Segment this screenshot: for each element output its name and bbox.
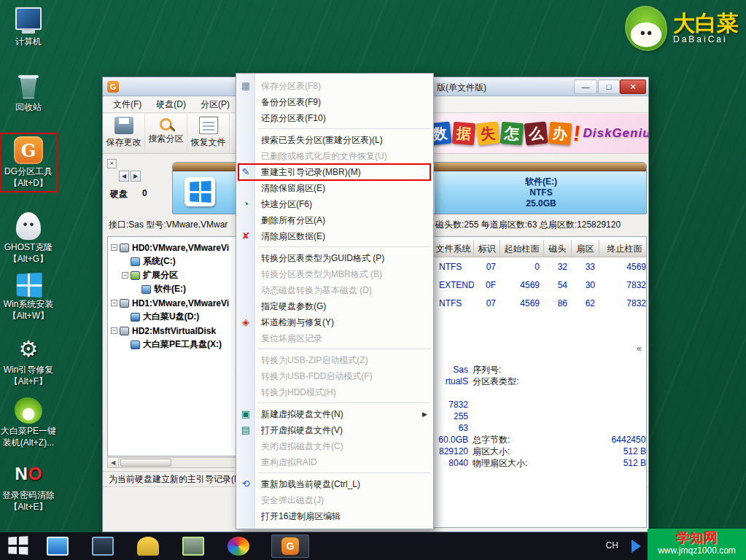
- menu-item-delete-all-partitions[interactable]: 删除所有分区(A): [236, 212, 433, 228]
- tree-item-software-e[interactable]: 软件(E:): [108, 282, 246, 296]
- close-button[interactable]: ✕: [620, 79, 646, 94]
- table-cell: 62: [572, 298, 599, 308]
- menu-item-erase-sector-data[interactable]: ✘清除扇区数据(E): [236, 228, 433, 244]
- dabaicai-logo: 大白菜 DaBaiCai: [625, 6, 739, 51]
- table-cell: EXTEND: [433, 280, 474, 290]
- desktop-icon-recycle-bin[interactable]: 回收站: [1, 70, 56, 116]
- table-row[interactable]: EXTEND0F456954307832: [433, 276, 647, 294]
- disk-interface-info: 接口:Sas 型号:VMware,VMwar: [109, 219, 228, 231]
- tray-arrow-icon[interactable]: [632, 540, 641, 553]
- menu-item-open-hex-sector-editor[interactable]: 打开16进制扇区编辑: [236, 508, 433, 524]
- detail-extra: [557, 399, 647, 411]
- tree-item-extended[interactable]: −扩展分区: [108, 268, 246, 282]
- tree-item-dabaicai-pe-x[interactable]: 大白菜PE工具盘(X:): [108, 338, 246, 351]
- taskbar-app-3-icon[interactable]: [137, 537, 159, 556]
- minimize-button[interactable]: —: [574, 79, 597, 94]
- menu-item-label: 重构虚拟RAID: [261, 457, 317, 467]
- banner-tile: 据: [452, 122, 476, 146]
- table-cell: 33: [572, 262, 599, 272]
- tree-item-hd2[interactable]: −HD2:MsftVirtualDisk: [108, 324, 246, 338]
- menu-item-bad-track-check[interactable]: ◈坏道检测与修复(Y): [236, 314, 433, 330]
- toolbar-search-partition-button[interactable]: 搜索分区: [145, 114, 187, 153]
- desktop-icon-win-install[interactable]: Win系统安装 【Alt+W】: [1, 271, 56, 324]
- tree-item-dabaicai-usb-d[interactable]: 大白菜U盘(D:): [108, 310, 246, 324]
- disk-selector-value: 0: [142, 188, 147, 198]
- table-row[interactable]: NTFS07456986627832: [433, 294, 647, 312]
- table-cell: 30: [572, 280, 599, 290]
- desktop-icon-password-clear[interactable]: NO登录密码清除 【Alt+E】: [1, 458, 56, 515]
- collapse-panel-icon[interactable]: «: [637, 343, 642, 354]
- tree-item-hd0[interactable]: −HD0:VMware,VMwareVi: [108, 241, 246, 254]
- menu-item-backup-partition-table[interactable]: 备份分区表(F9): [236, 94, 433, 110]
- menu-item-clear-reserved-sectors[interactable]: 清除保留扇区(E): [236, 180, 433, 196]
- desktop-icon-label: Win系统安装 【Alt+W】: [1, 299, 56, 322]
- table-row[interactable]: NTFS07032334569: [433, 257, 647, 276]
- desktop-icon-label: DG分区工具 【Alt+D】: [1, 166, 56, 189]
- close-panel-icon[interactable]: ×: [107, 159, 117, 168]
- expand-toggle-icon[interactable]: −: [111, 244, 117, 251]
- taskbar-app-5-icon[interactable]: [228, 537, 249, 556]
- detail-row: 829120扇区大小:512 By: [433, 446, 646, 457]
- tree-hscrollbar[interactable]: ◀: [107, 457, 247, 468]
- desktop-icon-computer[interactable]: 计算机: [1, 4, 56, 50]
- menubar-partition[interactable]: 分区(P): [193, 96, 237, 113]
- menubar-file[interactable]: 文件(F): [106, 96, 149, 113]
- menu-item-label: 转换为USB-FDD启动模式(F): [261, 371, 373, 381]
- disk-context-menu: ▦保存分区表(F8)备份分区表(F9)还原分区表(F10)搜索已丢失分区(重建分…: [236, 73, 434, 529]
- expand-toggle-icon[interactable]: −: [111, 327, 117, 334]
- win-install-icon: [17, 273, 42, 298]
- toolbar-recover-files-button[interactable]: 恢复文件: [187, 114, 230, 153]
- win-boot-repair-icon: ⚙: [14, 335, 43, 362]
- desktop-icon-dg-partition-tool[interactable]: GDG分区工具 【Alt+D】: [1, 134, 56, 191]
- detail-value: 7832: [433, 399, 468, 411]
- menu-item-rebuild-mbr[interactable]: ✎重建主引导记录(MBR)(M): [236, 164, 433, 180]
- menu-item-open-virtual-disk[interactable]: ▤打开虚拟硬盘文件(V): [236, 422, 433, 438]
- menu-item-hdd-mode: 转换为HDD模式(H): [236, 384, 433, 400]
- next-disk-icon[interactable]: ▶: [131, 171, 141, 182]
- usb-icon: [131, 313, 140, 322]
- menu-item-restore-partition-table[interactable]: 还原分区表(F10): [236, 110, 433, 126]
- menu-item-reload-current-disk[interactable]: ⟲重新加载当前硬盘(Ctrl_L): [236, 476, 433, 492]
- tree-item-hd1[interactable]: −HD1:VMware,VMwareVi: [108, 296, 246, 310]
- expand-toggle-icon[interactable]: −: [111, 300, 117, 306]
- partition-e-block[interactable]: 软件(E:) NTFS 25.0GB: [433, 171, 647, 214]
- expand-toggle-icon[interactable]: −: [122, 272, 128, 279]
- desktop-icon-dabaicai-pe[interactable]: 大白菜PE一键 装机(Alt+Z)...: [1, 395, 56, 451]
- partition-e-filesystem: NTFS: [529, 187, 552, 198]
- menu-item-label: 删除所有分区(A): [261, 215, 325, 225]
- dabaicai-mascot-icon: [625, 6, 667, 51]
- detail-value: 8040: [433, 457, 468, 469]
- tree-item-system-c[interactable]: 系统(C:): [108, 254, 246, 268]
- menu-item-set-disk-parameters[interactable]: 指定硬盘参数(G): [236, 298, 433, 314]
- taskbar-app-2-icon[interactable]: [92, 537, 114, 556]
- maximize-button[interactable]: □: [598, 79, 620, 94]
- menu-item-label: 清除保留扇区(E): [261, 183, 325, 193]
- desktop-icon-ghost-clone[interactable]: GHOST克隆 【Alt+G】: [1, 210, 56, 267]
- desktop-icon-win-boot-repair[interactable]: ⚙Win引导修复 【Alt+F】: [1, 332, 56, 389]
- taskbar-app-1-icon[interactable]: [47, 537, 69, 556]
- ghost-clone-icon: [16, 212, 41, 240]
- partition-e-size: 25.0GB: [526, 198, 556, 209]
- menu-item-quick-partition[interactable]: ◔快速分区(F6): [236, 196, 433, 212]
- taskbar-app-4-icon[interactable]: [182, 537, 204, 556]
- menu-item-convert-to-guid[interactable]: 转换分区表类型为GUID格式 (P): [236, 250, 433, 266]
- partition-tree: −HD0:VMware,VMwareVi系统(C:)−扩展分区软件(E:)−HD…: [107, 236, 247, 456]
- taskbar-diskgenius-button[interactable]: G: [271, 534, 309, 558]
- hscroll-thumb[interactable]: [120, 459, 171, 467]
- table-cell: 54: [544, 280, 572, 290]
- menu-separator: [258, 349, 430, 349]
- language-indicator[interactable]: CH: [606, 540, 618, 551]
- menu-item-label: 重建主引导记录(MBR)(M): [261, 167, 361, 177]
- menubar-disk[interactable]: 硬盘(D): [149, 96, 193, 113]
- menu-item-recover-deleted-files: 已删除或格式化后的文件恢复(U): [236, 148, 433, 164]
- menu-item-new-virtual-disk[interactable]: ▣新建虚拟硬盘文件(N)▶: [236, 406, 433, 422]
- menu-item-label: 转换为HDD模式(H): [261, 387, 336, 397]
- detail-label: [468, 399, 557, 411]
- scroll-left-icon[interactable]: ◀: [108, 458, 119, 467]
- menu-item-search-lost-partitions[interactable]: 搜索已丢失分区(重建分区表)(L): [236, 132, 433, 148]
- menu-separator: [258, 246, 430, 247]
- toolbar-save-changes-button[interactable]: 保存更改: [103, 114, 145, 153]
- detail-row: 60.0GB总字节数:64424509: [433, 434, 646, 446]
- dabaicai-logo-text: 大白菜 DaBaiCai: [673, 12, 739, 44]
- previous-disk-icon[interactable]: ◀: [119, 171, 129, 182]
